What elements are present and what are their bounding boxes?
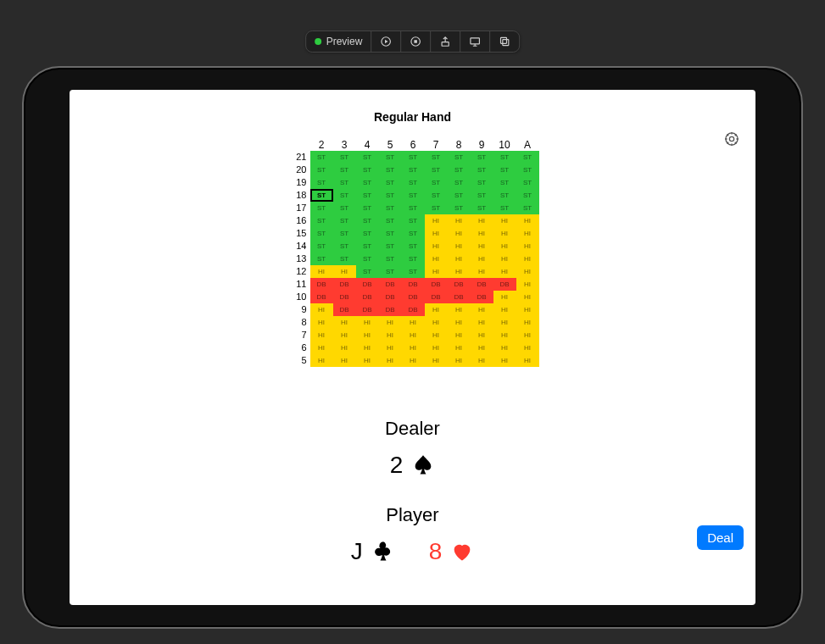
chart-cell[interactable]: HI: [402, 341, 425, 354]
chart-cell[interactable]: ST: [356, 176, 379, 189]
chart-cell[interactable]: ST: [379, 265, 402, 278]
chart-cell[interactable]: DB: [356, 278, 379, 291]
chart-cell[interactable]: HI: [516, 214, 539, 227]
chart-cell[interactable]: HI: [402, 316, 425, 329]
chart-cell[interactable]: ST: [402, 214, 425, 227]
chart-cell[interactable]: HI: [425, 354, 448, 367]
duplicate-button[interactable]: [490, 31, 519, 52]
chart-cell[interactable]: ST: [356, 164, 379, 176]
chart-cell[interactable]: DB: [471, 278, 493, 291]
chart-cell[interactable]: ST: [402, 164, 425, 176]
chart-cell[interactable]: HI: [471, 303, 493, 316]
chart-cell[interactable]: HI: [333, 341, 356, 354]
chart-cell[interactable]: ST: [310, 151, 333, 164]
chart-cell[interactable]: HI: [516, 227, 539, 240]
chart-cell[interactable]: ST: [448, 189, 471, 202]
chart-cell[interactable]: ST: [310, 214, 333, 227]
chart-cell[interactable]: HI: [310, 303, 333, 316]
chart-cell[interactable]: HI: [493, 316, 516, 329]
chart-cell[interactable]: HI: [333, 354, 356, 367]
preview-status[interactable]: Preview: [306, 31, 372, 52]
chart-cell[interactable]: HI: [516, 265, 539, 278]
chart-cell[interactable]: HI: [471, 265, 493, 278]
chart-cell[interactable]: HI: [310, 329, 333, 341]
chart-cell[interactable]: ST: [333, 151, 356, 164]
chart-cell[interactable]: ST: [379, 189, 402, 202]
chart-cell[interactable]: DB: [448, 278, 471, 291]
chart-cell[interactable]: ST: [356, 227, 379, 240]
chart-cell[interactable]: ST: [310, 189, 333, 202]
chart-cell[interactable]: ST: [402, 240, 425, 253]
chart-cell[interactable]: HI: [310, 341, 333, 354]
chart-cell[interactable]: HI: [516, 316, 539, 329]
play-button[interactable]: [371, 31, 401, 52]
chart-cell[interactable]: ST: [493, 151, 516, 164]
chart-cell[interactable]: HI: [425, 227, 448, 240]
chart-cell[interactable]: DB: [356, 303, 379, 316]
chart-cell[interactable]: HI: [425, 303, 448, 316]
chart-cell[interactable]: HI: [493, 341, 516, 354]
chart-cell[interactable]: HI: [448, 253, 471, 265]
chart-cell[interactable]: ST: [425, 164, 448, 176]
chart-cell[interactable]: DB: [333, 291, 356, 303]
chart-cell[interactable]: DB: [493, 278, 516, 291]
chart-cell[interactable]: HI: [471, 253, 493, 265]
chart-cell[interactable]: ST: [356, 189, 379, 202]
chart-cell[interactable]: HI: [493, 329, 516, 341]
chart-cell[interactable]: ST: [516, 202, 539, 214]
chart-cell[interactable]: ST: [402, 253, 425, 265]
chart-cell[interactable]: ST: [379, 227, 402, 240]
chart-cell[interactable]: HI: [493, 265, 516, 278]
chart-cell[interactable]: HI: [356, 354, 379, 367]
chart-cell[interactable]: HI: [425, 265, 448, 278]
chart-cell[interactable]: ST: [448, 176, 471, 189]
chart-cell[interactable]: HI: [516, 278, 539, 291]
export-button[interactable]: [431, 31, 460, 52]
chart-cell[interactable]: DB: [425, 291, 448, 303]
chart-cell[interactable]: HI: [356, 329, 379, 341]
chart-cell[interactable]: HI: [310, 265, 333, 278]
chart-cell[interactable]: HI: [425, 253, 448, 265]
chart-cell[interactable]: ST: [448, 202, 471, 214]
chart-cell[interactable]: DB: [310, 278, 333, 291]
chart-cell[interactable]: ST: [471, 189, 493, 202]
chart-cell[interactable]: ST: [471, 151, 493, 164]
chart-cell[interactable]: ST: [516, 151, 539, 164]
chart-cell[interactable]: HI: [379, 329, 402, 341]
chart-cell[interactable]: HI: [448, 240, 471, 253]
chart-cell[interactable]: ST: [379, 151, 402, 164]
chart-cell[interactable]: ST: [493, 176, 516, 189]
chart-cell[interactable]: HI: [425, 316, 448, 329]
chart-cell[interactable]: ST: [356, 265, 379, 278]
chart-cell[interactable]: ST: [379, 240, 402, 253]
chart-cell[interactable]: HI: [379, 316, 402, 329]
chart-cell[interactable]: HI: [448, 341, 471, 354]
chart-cell[interactable]: HI: [493, 227, 516, 240]
chart-cell[interactable]: ST: [425, 151, 448, 164]
chart-cell[interactable]: ST: [333, 214, 356, 227]
chart-cell[interactable]: DB: [471, 291, 493, 303]
chart-cell[interactable]: DB: [333, 303, 356, 316]
chart-cell[interactable]: ST: [516, 189, 539, 202]
chart-cell[interactable]: DB: [379, 278, 402, 291]
stop-button[interactable]: [401, 31, 431, 52]
chart-cell[interactable]: HI: [471, 354, 493, 367]
chart-cell[interactable]: ST: [448, 164, 471, 176]
chart-cell[interactable]: HI: [356, 316, 379, 329]
chart-cell[interactable]: ST: [310, 202, 333, 214]
chart-cell[interactable]: HI: [516, 240, 539, 253]
chart-cell[interactable]: DB: [333, 278, 356, 291]
chart-cell[interactable]: ST: [448, 151, 471, 164]
chart-cell[interactable]: HI: [333, 329, 356, 341]
chart-cell[interactable]: HI: [425, 341, 448, 354]
chart-cell[interactable]: DB: [448, 291, 471, 303]
chart-cell[interactable]: ST: [471, 202, 493, 214]
chart-cell[interactable]: DB: [310, 291, 333, 303]
chart-cell[interactable]: HI: [493, 354, 516, 367]
chart-cell[interactable]: HI: [471, 316, 493, 329]
chart-cell[interactable]: HI: [425, 240, 448, 253]
chart-cell[interactable]: HI: [425, 329, 448, 341]
chart-cell[interactable]: HI: [493, 253, 516, 265]
chart-cell[interactable]: DB: [402, 278, 425, 291]
chart-cell[interactable]: ST: [402, 151, 425, 164]
